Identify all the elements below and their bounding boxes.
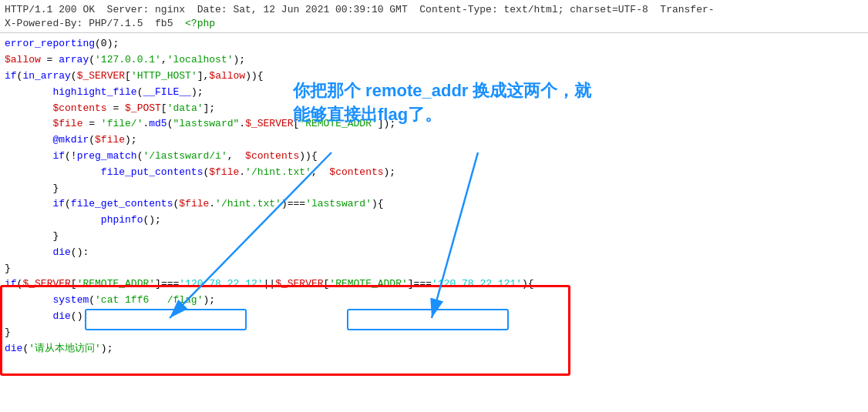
http-header: HTTP/1.1 200 OK Server: nginx Date: Sat,… [0,0,868,33]
code-line-7: @mkdir($file); [5,132,863,149]
code-line-11: if(file_get_contents($file.'/hint.txt')=… [5,196,863,213]
code-line-9: file_put_contents($file.'/hint.txt', $co… [5,165,863,181]
code-line-12: phpinfo(); [5,213,863,229]
header-line2: X-Powered-By: PHP/7.1.5 fb5 <?php [5,18,215,29]
code-area: error_reporting(0); $allow = array('127.… [0,33,868,360]
code-line-1: error_reporting(0); [5,36,863,52]
code-line-6: $file = 'file/'.md5("lastsward".$_SERVER… [5,116,863,132]
code-line-3: if(in_array($_SERVER['HTTP_HOST'],$allow… [5,69,863,85]
code-line-20: die('请从本地访问'); [5,341,863,357]
code-line-10: } [5,181,863,197]
header-line1: HTTP/1.1 200 OK Server: nginx Date: Sat,… [5,4,715,15]
code-line-15: } [5,261,863,277]
code-line-18: die(); [5,309,863,325]
code-line-5: $contents = $_POST['data']; [5,101,863,117]
code-line-19: } [5,325,863,341]
code-line-16: if($_SERVER['REMOTE_ADDR']==='120.78.22.… [5,276,863,293]
code-line-8: if(!preg_match('/lastsward/i', $contents… [5,149,863,165]
code-line-4: highlight_file(__FILE__); [5,85,863,101]
code-line-17: system('cat 1ff6 /flag'); [5,293,863,309]
code-line-14: die(): [5,245,863,261]
main-container: HTTP/1.1 200 OK Server: nginx Date: Sat,… [0,0,868,360]
code-line-2: $allow = array('127.0.0.1','localhost'); [5,52,863,69]
code-line-13: } [5,229,863,245]
